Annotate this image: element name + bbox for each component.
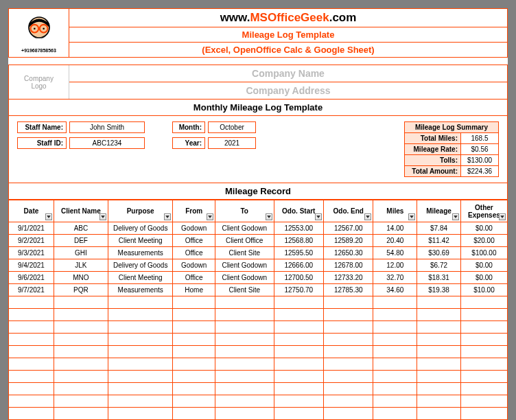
cell-empty[interactable] — [108, 408, 172, 420]
cell-ostart[interactable]: 12595.50 — [274, 247, 323, 259]
cell-empty[interactable] — [173, 358, 215, 371]
cell-empty[interactable] — [173, 321, 215, 334]
cell-purpose[interactable]: Client Meeting — [108, 272, 172, 284]
cell-empty[interactable] — [9, 334, 54, 346]
cell-oend[interactable]: 12589.20 — [324, 235, 373, 247]
column-header[interactable]: Miles — [373, 200, 417, 222]
cell-empty[interactable] — [108, 346, 172, 358]
cell-ostart[interactable]: 12666.00 — [274, 259, 323, 272]
cell-empty[interactable] — [54, 358, 108, 371]
cell-other[interactable]: $0.00 — [460, 222, 507, 235]
cell-mileage[interactable]: $7.84 — [417, 222, 461, 235]
cell-other[interactable]: $100.00 — [460, 247, 507, 259]
cell-miles[interactable]: 54.80 — [373, 247, 417, 259]
cell-empty[interactable] — [460, 408, 507, 420]
cell-empty[interactable] — [215, 408, 274, 420]
cell-empty[interactable] — [274, 371, 323, 383]
cell-empty[interactable] — [417, 296, 461, 309]
staff-id-value[interactable]: ABC1234 — [69, 137, 145, 149]
cell-empty[interactable] — [417, 334, 461, 346]
filter-dropdown-icon[interactable] — [452, 213, 459, 220]
cell-empty[interactable] — [274, 296, 323, 309]
cell-empty[interactable] — [417, 358, 461, 371]
column-header[interactable]: Mileage — [417, 200, 461, 222]
cell-client[interactable]: MNO — [54, 272, 108, 284]
cell-empty[interactable] — [373, 395, 417, 408]
cell-from[interactable]: Godown — [173, 222, 215, 235]
cell-empty[interactable] — [108, 395, 172, 408]
cell-empty[interactable] — [274, 309, 323, 321]
cell-date[interactable]: 9/4/2021 — [9, 259, 54, 272]
cell-empty[interactable] — [417, 321, 461, 334]
filter-dropdown-icon[interactable] — [207, 213, 213, 220]
cell-empty[interactable] — [373, 408, 417, 420]
cell-mileage[interactable]: $6.72 — [417, 259, 461, 272]
cell-empty[interactable] — [173, 334, 215, 346]
cell-empty[interactable] — [324, 371, 373, 383]
cell-empty[interactable] — [54, 309, 108, 321]
cell-ostart[interactable]: 12568.80 — [274, 235, 323, 247]
cell-empty[interactable] — [54, 395, 108, 408]
cell-date[interactable]: 9/6/2021 — [9, 272, 54, 284]
cell-empty[interactable] — [417, 309, 461, 321]
cell-empty[interactable] — [460, 346, 507, 358]
cell-client[interactable]: GHI — [54, 247, 108, 259]
filter-dropdown-icon[interactable] — [315, 213, 322, 220]
cell-empty[interactable] — [274, 408, 323, 420]
column-header[interactable]: Client Name — [54, 200, 108, 222]
cell-mileage[interactable]: $19.38 — [417, 284, 461, 296]
cell-empty[interactable] — [274, 395, 323, 408]
cell-oend[interactable]: 12567.00 — [324, 222, 373, 235]
cell-empty[interactable] — [460, 321, 507, 334]
cell-empty[interactable] — [9, 358, 54, 371]
cell-to[interactable]: Client Godown — [215, 222, 274, 235]
cell-empty[interactable] — [460, 383, 507, 395]
cell-oend[interactable]: 12650.30 — [324, 247, 373, 259]
cell-empty[interactable] — [417, 371, 461, 383]
cell-empty[interactable] — [460, 358, 507, 371]
cell-empty[interactable] — [215, 383, 274, 395]
year-value[interactable]: 2021 — [208, 137, 256, 149]
cell-empty[interactable] — [108, 371, 172, 383]
cell-other[interactable]: $10.00 — [460, 284, 507, 296]
cell-from[interactable]: Office — [173, 272, 215, 284]
cell-miles[interactable]: 32.70 — [373, 272, 417, 284]
filter-dropdown-icon[interactable] — [164, 213, 171, 220]
filter-dropdown-icon[interactable] — [45, 213, 52, 220]
cell-date[interactable]: 9/3/2021 — [9, 247, 54, 259]
filter-dropdown-icon[interactable] — [408, 213, 415, 220]
cell-empty[interactable] — [215, 358, 274, 371]
filter-dropdown-icon[interactable] — [266, 213, 272, 220]
cell-empty[interactable] — [274, 383, 323, 395]
cell-empty[interactable] — [215, 371, 274, 383]
cell-empty[interactable] — [108, 321, 172, 334]
cell-mileage[interactable]: $30.69 — [417, 247, 461, 259]
cell-from[interactable]: Office — [173, 247, 215, 259]
cell-other[interactable]: $20.00 — [460, 235, 507, 247]
cell-empty[interactable] — [324, 383, 373, 395]
cell-purpose[interactable]: Measurements — [108, 284, 172, 296]
cell-empty[interactable] — [173, 346, 215, 358]
cell-oend[interactable]: 12678.00 — [324, 259, 373, 272]
column-header[interactable]: Odo. Start — [274, 200, 323, 222]
cell-purpose[interactable]: Client Meeting — [108, 235, 172, 247]
cell-other[interactable]: $0.00 — [460, 272, 507, 284]
cell-empty[interactable] — [373, 296, 417, 309]
cell-empty[interactable] — [9, 309, 54, 321]
cell-oend[interactable]: 12785.30 — [324, 284, 373, 296]
cell-empty[interactable] — [324, 296, 373, 309]
cell-ostart[interactable]: 12553.00 — [274, 222, 323, 235]
cell-miles[interactable]: 14.00 — [373, 222, 417, 235]
cell-client[interactable]: PQR — [54, 284, 108, 296]
cell-empty[interactable] — [173, 296, 215, 309]
cell-empty[interactable] — [460, 395, 507, 408]
cell-empty[interactable] — [9, 296, 54, 309]
filter-dropdown-icon[interactable] — [499, 213, 506, 220]
cell-empty[interactable] — [54, 296, 108, 309]
cell-empty[interactable] — [9, 371, 54, 383]
cell-empty[interactable] — [417, 383, 461, 395]
cell-other[interactable]: $0.00 — [460, 259, 507, 272]
cell-date[interactable]: 9/2/2021 — [9, 235, 54, 247]
cell-empty[interactable] — [373, 383, 417, 395]
cell-empty[interactable] — [54, 321, 108, 334]
